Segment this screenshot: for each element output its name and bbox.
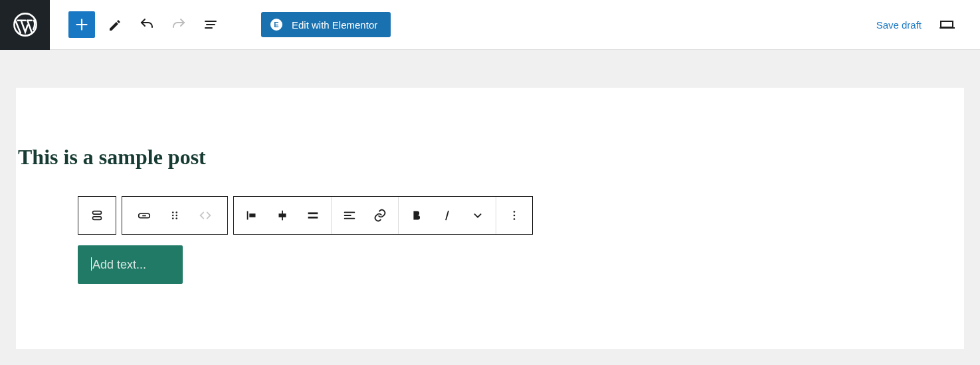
svg-line-25 xyxy=(446,211,448,220)
buttons-block-icon xyxy=(90,208,104,223)
undo-icon xyxy=(139,17,155,33)
button-block-icon xyxy=(137,208,151,223)
svg-point-12 xyxy=(172,215,174,217)
preview-button[interactable] xyxy=(932,10,961,39)
top-toolbar: E Edit with Elementor Save draft xyxy=(0,0,980,50)
block-transform-group xyxy=(122,196,228,235)
save-draft-link[interactable]: Save draft xyxy=(876,19,922,31)
text-align-button[interactable] xyxy=(334,200,365,231)
link-button[interactable] xyxy=(365,200,395,231)
toolbar-left: E Edit with Elementor xyxy=(50,10,391,39)
svg-point-27 xyxy=(514,215,516,217)
more-formatting-button[interactable] xyxy=(462,200,493,231)
link-icon xyxy=(373,208,387,223)
document-overview-button[interactable] xyxy=(196,10,225,39)
post-title[interactable]: This is a sample post xyxy=(18,145,964,170)
svg-rect-21 xyxy=(308,217,318,219)
redo-button[interactable] xyxy=(164,10,193,39)
move-button[interactable] xyxy=(190,200,221,231)
block-toolbar: te xyxy=(78,196,964,235)
svg-rect-6 xyxy=(93,211,102,215)
editor-area: This is a sample post te xyxy=(0,50,980,365)
edit-with-elementor-button[interactable]: E Edit with Elementor xyxy=(261,12,391,37)
svg-point-28 xyxy=(514,218,516,220)
parent-block-selector[interactable] xyxy=(78,196,116,235)
elementor-icon: E xyxy=(270,19,282,31)
drag-handle[interactable] xyxy=(159,200,190,231)
button-placeholder: Add text... xyxy=(92,258,146,271)
svg-point-11 xyxy=(175,211,177,213)
svg-point-14 xyxy=(172,217,174,219)
svg-rect-20 xyxy=(308,212,318,214)
svg-rect-7 xyxy=(93,217,102,220)
wordpress-logo[interactable] xyxy=(0,0,50,50)
svg-point-13 xyxy=(175,215,177,217)
svg-rect-19 xyxy=(279,213,286,217)
display-icon xyxy=(939,17,955,33)
add-block-button[interactable] xyxy=(68,11,95,38)
align-center-button[interactable] xyxy=(267,200,298,231)
more-vertical-icon xyxy=(507,208,522,223)
pencil-icon xyxy=(107,17,123,33)
edit-mode-button[interactable] xyxy=(100,10,130,39)
italic-button[interactable] xyxy=(432,200,462,231)
wordpress-icon xyxy=(13,12,38,37)
button-block[interactable]: Add text... xyxy=(78,245,183,284)
redo-icon xyxy=(171,17,187,33)
move-horizontal-icon xyxy=(198,208,213,223)
editor-canvas[interactable]: This is a sample post te xyxy=(16,88,964,349)
svg-point-26 xyxy=(514,211,516,213)
bold-icon xyxy=(409,208,424,223)
formatting-toolbar xyxy=(233,196,533,235)
justify-left-icon xyxy=(245,208,259,223)
text-cursor xyxy=(91,257,92,271)
align-left-button[interactable] xyxy=(237,200,267,231)
elementor-button-label: Edit with Elementor xyxy=(292,19,377,31)
block-type-button[interactable] xyxy=(129,200,159,231)
drag-icon xyxy=(167,208,182,223)
outline-icon xyxy=(203,17,219,33)
block-options-button[interactable] xyxy=(499,200,530,231)
svg-point-10 xyxy=(172,211,174,213)
undo-button[interactable] xyxy=(132,10,161,39)
bold-button[interactable] xyxy=(401,200,432,231)
svg-point-15 xyxy=(175,217,177,219)
align-text-icon xyxy=(342,208,357,223)
chevron-down-icon xyxy=(470,208,485,223)
plus-icon xyxy=(73,16,90,33)
svg-rect-16 xyxy=(247,211,248,220)
svg-rect-17 xyxy=(249,213,255,217)
italic-icon xyxy=(440,208,454,223)
justify-right-icon xyxy=(306,208,320,223)
elementor-icon-letter: E xyxy=(274,21,278,29)
justify-center-icon xyxy=(275,208,290,223)
toolbar-right: Save draft xyxy=(876,10,980,39)
align-right-button[interactable] xyxy=(298,200,328,231)
